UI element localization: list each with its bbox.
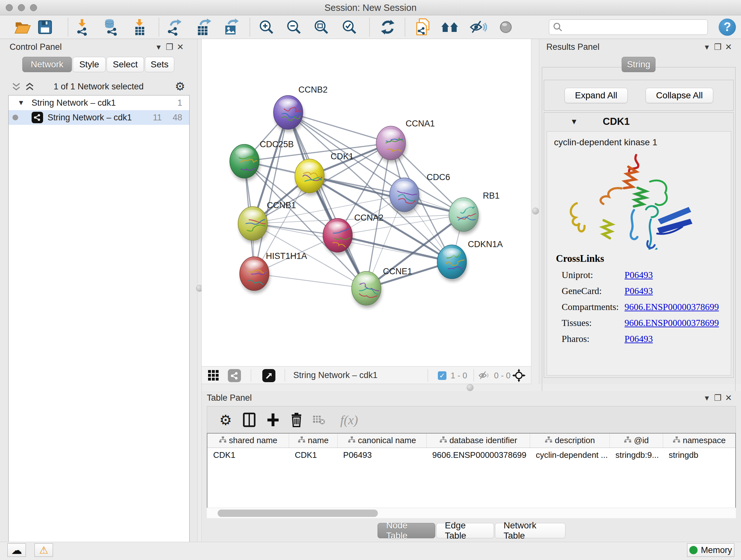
network-options-gear-icon[interactable]: ⚙	[175, 80, 185, 93]
column-header-shared-name[interactable]: shared name	[207, 434, 289, 448]
function-builder-button[interactable]: f(x)	[335, 411, 363, 429]
zoom-selected-button[interactable]	[340, 18, 359, 36]
window-close-button[interactable]	[6, 4, 13, 11]
right-splitter[interactable]	[531, 39, 539, 384]
panel-close-icon[interactable]: ✕	[175, 42, 186, 52]
panel-collapse-icon[interactable]: ▾	[153, 42, 164, 52]
column-header-database-identifier[interactable]: database identifier	[427, 434, 530, 448]
panel-float-icon[interactable]: ❐	[712, 42, 723, 52]
table-options-button[interactable]: ⚙	[217, 411, 234, 429]
node-table[interactable]: shared name name canonical name database…	[207, 433, 736, 518]
column-header-@id[interactable]: @id	[610, 434, 663, 448]
collapse-all-button[interactable]: Collapse All	[646, 88, 713, 103]
hide-graphics-details-button[interactable]	[469, 18, 488, 36]
tree-expand-triangle-icon[interactable]: ▼	[17, 99, 24, 107]
network-node-CDKN1A[interactable]: CDKN1A	[437, 240, 503, 282]
network-canvas[interactable]: CCNB2CCNA1CDC25BCDK1CDC6RB1CCNB1CCNA2CDK…	[202, 39, 531, 366]
network-node-RB1[interactable]: RB1	[449, 191, 500, 234]
zoom-fit-button[interactable]	[312, 18, 331, 36]
delete-table-button[interactable]	[310, 411, 328, 429]
column-header-namespace[interactable]: namespace	[663, 434, 735, 448]
apply-layout-button[interactable]	[379, 18, 397, 36]
tab-network-table[interactable]: Network Table	[495, 523, 565, 538]
zoom-in-button[interactable]	[257, 18, 276, 36]
table-horizontal-scrollbar[interactable]	[207, 508, 736, 518]
hidden-elements-count: 0 - 0	[494, 371, 511, 381]
tab-edge-table[interactable]: Edge Table	[436, 523, 494, 538]
right-splitter-handle[interactable]	[532, 207, 539, 214]
grid-view-button[interactable]	[208, 370, 219, 382]
show-columns-button[interactable]	[240, 411, 258, 429]
panel-float-icon[interactable]: ❐	[712, 393, 723, 403]
window-minimize-button[interactable]	[18, 4, 25, 11]
import-network-database-button[interactable]	[102, 18, 120, 36]
column-header-description[interactable]: description	[530, 434, 610, 448]
table-row[interactable]: CDK1CDK1P064939606.ENSP00000378699cyclin…	[207, 448, 735, 462]
birds-eye-view-button[interactable]	[262, 369, 275, 382]
table-cell[interactable]: stringdb:9...	[610, 448, 663, 462]
crosslink-link[interactable]: P06493	[624, 334, 653, 344]
section-collapse-triangle-icon[interactable]: ▼	[570, 117, 578, 126]
table-cell[interactable]: CDK1	[289, 448, 338, 462]
selected-nodes-checkbox[interactable]: ✓	[438, 371, 447, 380]
string-view-button[interactable]	[228, 369, 241, 382]
window-zoom-button[interactable]	[30, 4, 37, 11]
delete-column-button[interactable]	[287, 411, 306, 429]
horizontal-splitter-handle[interactable]	[467, 384, 474, 391]
table-cell[interactable]: P06493	[337, 448, 426, 462]
welcome-screen-button[interactable]	[441, 18, 459, 36]
column-header-canonical-name[interactable]: canonical name	[337, 434, 426, 448]
network-node-HIST1H1A[interactable]: HIST1H1A	[240, 251, 307, 294]
network-node-CCNE1[interactable]: CCNE1	[352, 266, 412, 308]
export-image-button[interactable]	[221, 18, 240, 36]
tab-string[interactable]: String	[622, 57, 656, 72]
table-cell[interactable]: cyclin-dependent ...	[530, 448, 610, 462]
network-node-CCNA1[interactable]: CCNA1	[376, 119, 435, 163]
tab-select[interactable]: Select	[107, 57, 144, 72]
warnings-button[interactable]: ⚠	[35, 543, 53, 557]
export-network-button[interactable]	[165, 18, 184, 36]
help-button[interactable]: ?	[719, 18, 736, 36]
network-edge[interactable]	[254, 112, 288, 273]
network-node-CCNB2[interactable]: CCNB2	[273, 85, 328, 132]
crosslink-link[interactable]: 9606.ENSP00000378699	[624, 318, 719, 328]
tab-network[interactable]: Network	[22, 57, 72, 72]
tab-style[interactable]: Style	[73, 57, 106, 72]
memory-button[interactable]: Memory	[687, 543, 734, 557]
table-cell[interactable]: CDK1	[207, 448, 289, 462]
tab-node-table[interactable]: Node Table	[378, 523, 435, 538]
panel-collapse-icon[interactable]: ▾	[701, 42, 712, 52]
network-row[interactable]: String Network – cdk1 11 48	[9, 110, 189, 125]
panel-close-icon[interactable]: ✕	[723, 42, 734, 52]
search-input[interactable]	[562, 21, 708, 34]
column-header-name[interactable]: name	[289, 434, 338, 448]
table-cell[interactable]: stringdb	[663, 448, 735, 462]
save-session-button[interactable]	[36, 18, 54, 36]
table-scrollbar-thumb[interactable]	[218, 509, 378, 517]
crosslink-link[interactable]: P06493	[624, 270, 653, 280]
import-network-file-button[interactable]	[73, 18, 91, 36]
expand-all-button[interactable]: Expand All	[564, 88, 628, 103]
open-session-button[interactable]	[13, 18, 32, 36]
table-cell[interactable]: 9606.ENSP00000378699	[427, 448, 530, 462]
network-from-file-button[interactable]	[414, 18, 432, 36]
left-splitter[interactable]	[197, 39, 202, 542]
panel-collapse-icon[interactable]: ▾	[701, 393, 712, 403]
network-edge[interactable]	[288, 112, 366, 288]
gene-section-header[interactable]: ▼ CDK1	[544, 113, 733, 131]
crosslink-link[interactable]: P06493	[624, 286, 653, 296]
pan-mode-button[interactable]	[512, 368, 526, 384]
import-table-file-button[interactable]	[130, 18, 149, 36]
network-edge[interactable]	[338, 235, 452, 262]
cloud-status-button[interactable]: ☁	[7, 543, 26, 557]
panel-float-icon[interactable]: ❐	[164, 42, 175, 52]
crosslink-link[interactable]: 9606.ENSP00000378699	[624, 302, 719, 312]
network-edge[interactable]	[254, 273, 366, 288]
panel-close-icon[interactable]: ✕	[723, 393, 734, 403]
show-graphics-details-button[interactable]	[496, 18, 515, 36]
zoom-out-button[interactable]	[285, 18, 303, 36]
export-table-button[interactable]	[194, 18, 212, 36]
network-collection-row[interactable]: ▼ String Network – cdk1 1	[9, 96, 189, 110]
tab-sets[interactable]: Sets	[145, 57, 174, 72]
create-column-button[interactable]	[264, 411, 282, 429]
